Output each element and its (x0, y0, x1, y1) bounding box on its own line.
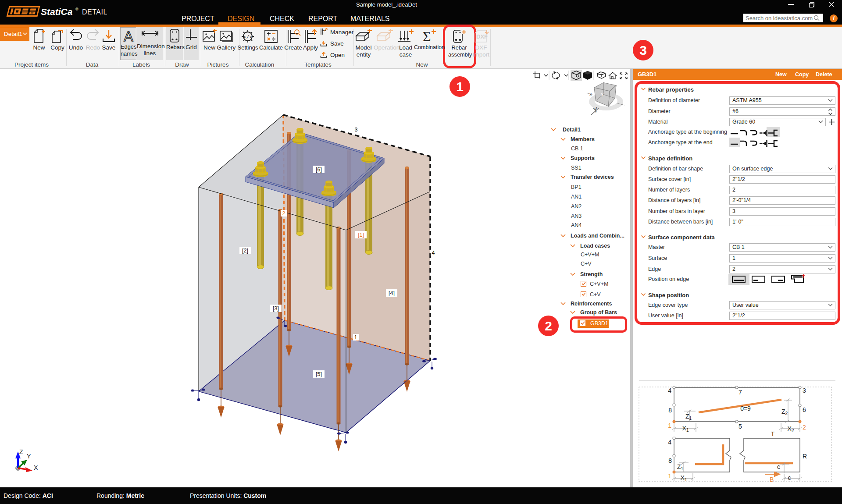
svg-text:3: 3 (355, 127, 358, 133)
svg-text:4: 4 (668, 387, 671, 394)
svg-text:X1: X1 (681, 474, 687, 482)
svg-text:Σ: Σ (423, 29, 431, 44)
svg-text:8: 8 (668, 457, 672, 464)
svg-text:c: c (788, 474, 791, 481)
svg-text:5: 5 (739, 423, 742, 430)
svg-text:[1]: [1] (358, 232, 364, 238)
svg-text:4: 4 (432, 250, 435, 256)
svg-text:1: 1 (354, 334, 357, 341)
svg-text:0=9: 0=9 (740, 405, 751, 412)
svg-text:6: 6 (803, 406, 806, 413)
svg-text:X: X (34, 464, 38, 471)
svg-text:7: 7 (739, 389, 742, 396)
svg-text:[5]: [5] (316, 371, 322, 377)
svg-text:®: ® (75, 7, 78, 11)
svg-text:[2]: [2] (242, 248, 248, 254)
svg-text:B: B (770, 476, 774, 483)
svg-text:</>: </> (243, 35, 252, 40)
svg-text:[6]: [6] (316, 167, 322, 173)
svg-text:DETAIL: DETAIL (82, 8, 107, 16)
svg-text:3: 3 (803, 387, 806, 394)
svg-text:Z1: Z1 (677, 463, 684, 471)
svg-text:8: 8 (668, 407, 672, 414)
svg-text:2: 2 (282, 210, 285, 217)
svg-text:Z1: Z1 (685, 413, 692, 421)
svg-text:Y: Y (601, 92, 603, 97)
svg-text:T: T (771, 430, 775, 437)
svg-text:A: A (124, 29, 133, 43)
svg-text:Z2: Z2 (781, 408, 788, 416)
svg-text:1: 1 (668, 422, 671, 429)
svg-text:StatiCa: StatiCa (41, 7, 73, 17)
svg-text:X2: X2 (788, 425, 794, 433)
svg-text:R: R (803, 453, 807, 460)
svg-text:[3]: [3] (273, 305, 279, 312)
svg-text:1: 1 (668, 472, 671, 479)
svg-text:Z: Z (19, 448, 23, 455)
svg-text:X1: X1 (682, 425, 689, 433)
svg-text:c: c (777, 463, 780, 470)
svg-text:[4]: [4] (389, 290, 395, 296)
svg-text:DXF: DXF (476, 33, 488, 40)
svg-text:2: 2 (803, 424, 806, 431)
svg-text:x: x (589, 92, 592, 97)
svg-text:4: 4 (668, 439, 671, 446)
svg-text:Y: Y (27, 453, 31, 460)
